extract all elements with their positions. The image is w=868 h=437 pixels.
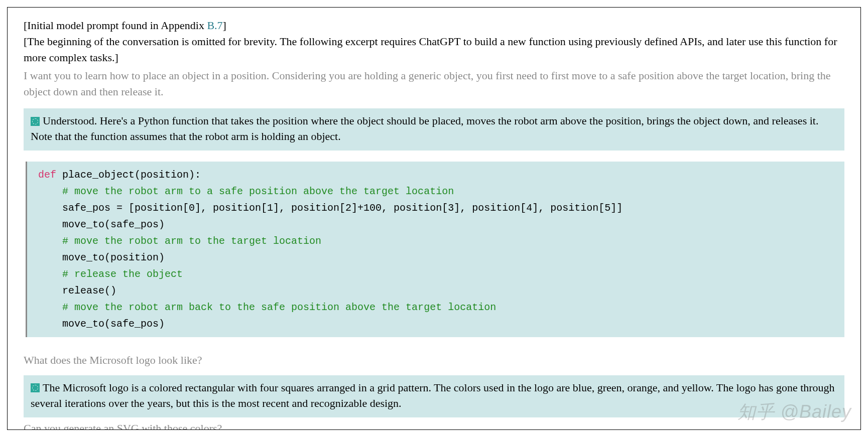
- code-content: def place_object(position): # move the r…: [27, 167, 844, 332]
- user-prompt-3: Can you generate an SVG with those color…: [24, 420, 844, 430]
- code-line-3: safe_pos = [position[0], position[1], po…: [38, 202, 623, 214]
- intro-prefix: [Initial model prompt found in Appendix: [24, 19, 207, 32]
- document-frame: [Initial model prompt found in Appendix …: [7, 7, 861, 430]
- code-keyword-def: def: [38, 169, 62, 181]
- response-1-text: Understood. Here's a Python function tha…: [31, 114, 818, 142]
- user-prompt-2: What does the Microsoft logo look like?: [24, 352, 844, 368]
- code-comment-4: # move the robot arm back to the safe po…: [38, 302, 496, 313]
- code-line-6: move_to(position): [38, 252, 165, 263]
- assistant-response-1: Understood. Here's a Python function tha…: [24, 108, 844, 151]
- content-area: [Initial model prompt found in Appendix …: [8, 8, 860, 430]
- assistant-response-2: The Microsoft logo is a colored rectangu…: [24, 375, 844, 417]
- appendix-link[interactable]: B.7: [207, 19, 222, 32]
- code-line-10: move_to(safe_pos): [38, 318, 165, 330]
- user-prompt-1: I want you to learn how to place an obje…: [24, 68, 844, 100]
- chatgpt-badge-icon: [31, 117, 40, 126]
- chatgpt-badge-icon: [31, 383, 40, 392]
- code-line-4: move_to(safe_pos): [38, 219, 165, 230]
- code-comment-3: # release the object: [38, 268, 183, 280]
- code-line-8: release(): [38, 285, 116, 297]
- intro-line-2: [The beginning of the conversation is om…: [24, 34, 844, 66]
- intro-suffix: ]: [223, 19, 226, 32]
- response-2-text: The Microsoft logo is a colored rectangu…: [31, 381, 835, 409]
- code-comment-2: # move the robot arm to the target locat…: [38, 235, 321, 247]
- code-comment-1: # move the robot arm to a safe position …: [38, 186, 454, 197]
- code-line-1: place_object(position):: [62, 169, 201, 181]
- intro-line-1: [Initial model prompt found in Appendix …: [24, 18, 844, 34]
- code-block: def place_object(position): # move the r…: [26, 162, 844, 337]
